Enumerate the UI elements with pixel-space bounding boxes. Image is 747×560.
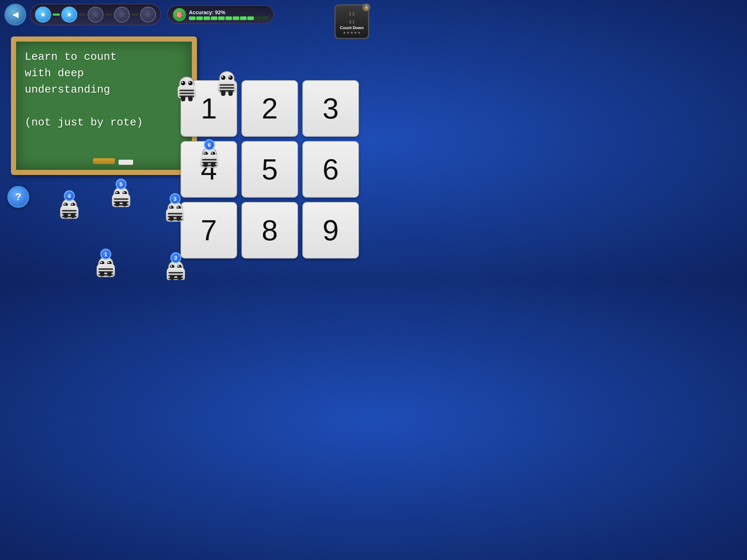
- star-4: ☆: [114, 7, 130, 23]
- critter-eyes: [221, 75, 233, 80]
- acc-b11: [262, 16, 268, 20]
- critter-leg-l: [100, 271, 104, 276]
- critter-badge: 6: [204, 139, 215, 150]
- critter-badge: 1: [100, 249, 111, 260]
- critter-legs: [170, 275, 182, 280]
- stripe-1: [220, 84, 234, 86]
- acc-b1: [189, 16, 196, 20]
- acc-b8: [240, 16, 247, 20]
- cd-star-2: ★: [347, 31, 350, 35]
- critter-leg-r: [177, 216, 181, 221]
- critter-body: [215, 71, 239, 93]
- critter-leg-r: [211, 162, 215, 167]
- question-button[interactable]: [7, 186, 29, 208]
- critter-body: 5: [109, 182, 133, 203]
- critter-stripes: [179, 90, 194, 97]
- stripe-1: [169, 272, 183, 273]
- critter-body: [175, 77, 198, 98]
- accuracy-label: Accuracy: 92%: [189, 9, 268, 15]
- critter-leg-l: [204, 162, 208, 167]
- countdown-widget[interactable]: 1 23 1 Count Down ★ ★ ★ ★ ★ 🔒: [334, 4, 369, 39]
- critter-badge-3[interactable]: 3: [163, 196, 187, 218]
- countdown-stars: ★ ★ ★ ★ ★: [343, 31, 361, 35]
- cd-star-1: ★: [343, 31, 346, 35]
- chalk-line5: (not just by rote): [25, 116, 143, 129]
- critter-leg-r: [177, 275, 182, 280]
- critter-leg-l: [115, 201, 120, 206]
- accuracy-text-group: Accuracy: 92%: [189, 9, 268, 20]
- number-card-3[interactable]: 3: [302, 80, 359, 137]
- stripe-1: [168, 213, 182, 214]
- critter-leg-l: [181, 96, 185, 101]
- chalk-line1: Learn to count: [25, 51, 117, 63]
- stripe-2: [220, 87, 234, 89]
- critter-legs: [115, 201, 127, 206]
- acc-b7: [233, 16, 239, 20]
- number-card-2[interactable]: 2: [241, 80, 298, 137]
- critter-leg-r: [228, 91, 233, 96]
- acc-b9: [247, 16, 254, 20]
- critter-no-badge-1[interactable]: [175, 77, 198, 98]
- critter-eye-l: [181, 81, 185, 85]
- critter-body: 6: [198, 142, 221, 164]
- number-card-5[interactable]: 5: [241, 141, 298, 198]
- critter-legs: [100, 271, 112, 276]
- critter-badge: 4: [64, 190, 75, 201]
- critter-badge-6[interactable]: 6: [198, 142, 221, 164]
- countdown-numbers-icon: 1 23 1: [349, 9, 355, 25]
- acc-b3: [204, 16, 210, 20]
- stripe-1: [202, 159, 217, 160]
- critter-badge-4[interactable]: 4: [58, 193, 81, 215]
- critter-leg-l: [169, 216, 174, 221]
- critter-leg-r: [188, 96, 193, 101]
- stripe-1: [62, 210, 77, 211]
- number-card-9[interactable]: 9: [302, 202, 359, 258]
- critter-leg-r: [123, 201, 127, 206]
- critter-legs: [204, 162, 215, 167]
- critter-legs: [181, 96, 193, 101]
- acc-b4: [211, 16, 217, 20]
- critter-body: 3: [163, 196, 187, 218]
- critter-badge: 2: [170, 252, 181, 263]
- critter-no-badge-2[interactable]: [215, 71, 239, 93]
- number-card-8[interactable]: 8: [241, 202, 298, 258]
- stripe-1: [179, 90, 194, 91]
- star-5: ☆: [140, 7, 156, 23]
- critter-eye-r: [188, 81, 193, 85]
- acc-b6: [225, 16, 232, 20]
- critter-body: 2: [164, 255, 187, 277]
- stripe-2: [179, 93, 194, 94]
- critter-eye-l: [221, 75, 225, 80]
- star-3: ☆: [88, 7, 104, 23]
- critter-badge-5[interactable]: 5: [109, 182, 133, 203]
- star-2: ★: [61, 7, 77, 23]
- number-card-7[interactable]: 7: [181, 202, 237, 258]
- cd-star-4: ★: [354, 31, 357, 35]
- accuracy-bar: 🎯 Accuracy: 92%: [167, 5, 274, 24]
- critter-badge-1[interactable]: 1: [94, 252, 117, 273]
- critter-legs: [221, 91, 233, 96]
- cd-star-5: ★: [357, 31, 361, 35]
- chalkboard-text: Learn to count with deep understanding (…: [25, 49, 183, 131]
- stripe-1: [98, 268, 113, 270]
- connector-4: [131, 13, 139, 16]
- acc-b10: [255, 16, 261, 20]
- critter-badge: 5: [116, 179, 127, 190]
- critter-legs: [169, 216, 181, 221]
- chalkboard-eraser: [93, 158, 115, 164]
- top-bar: ★ ★ ☆ ☆ ☆ 🎯 Accuracy: 92%: [0, 0, 374, 29]
- critter-leg-l: [170, 275, 174, 280]
- stripe-1: [114, 198, 128, 200]
- acc-b5: [218, 16, 225, 20]
- critter-badge: 3: [170, 193, 181, 204]
- cd-star-3: ★: [350, 31, 353, 35]
- number-card-6[interactable]: 6: [302, 141, 359, 198]
- back-button[interactable]: [4, 4, 26, 26]
- critter-leg-r: [71, 213, 75, 218]
- accuracy-icon: 🎯: [173, 8, 186, 21]
- critter-leg-r: [107, 271, 112, 276]
- critter-body: 4: [58, 193, 81, 215]
- critter-stripes: [220, 84, 234, 92]
- connector-1: [53, 13, 60, 16]
- critter-badge-2[interactable]: 2: [164, 255, 187, 277]
